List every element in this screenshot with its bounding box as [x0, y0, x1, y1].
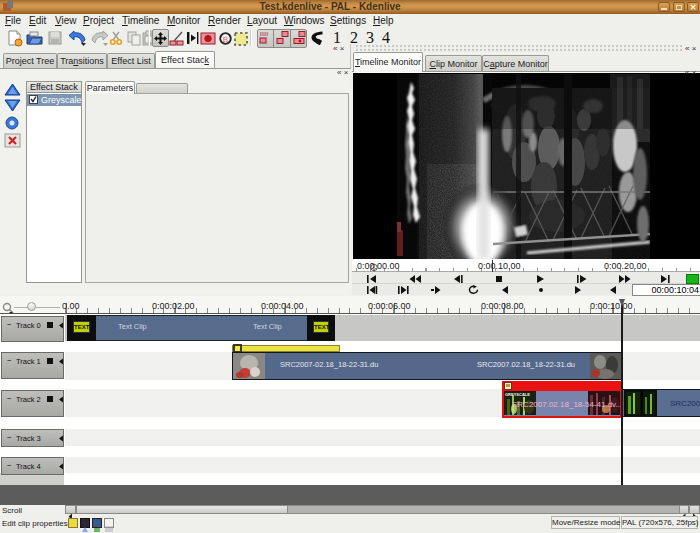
svg-text:B: B — [223, 35, 228, 44]
